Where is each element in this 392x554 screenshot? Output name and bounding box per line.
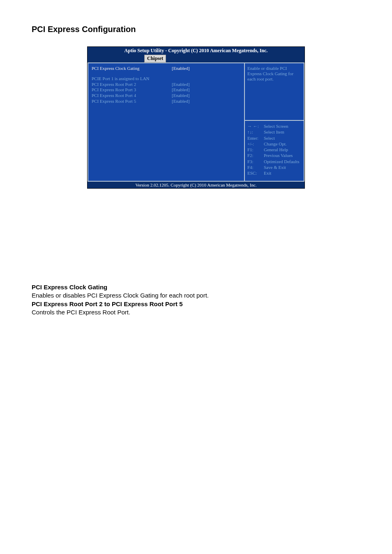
doc-heading-2: PCI Express Root Port 2 to PCI Express R… (32, 300, 360, 308)
key-row: F3: Optimized Defaults (247, 159, 301, 164)
setting-label: PCI Express Root Port 2 (92, 82, 172, 88)
key-action: Select Item (264, 129, 284, 135)
key-label: Enter: (247, 135, 264, 141)
key-label: ESC: (247, 170, 264, 176)
bios-body: PCI Express Clock Gating [Enabled] PCIE … (88, 62, 304, 182)
key-row: → ←: Select Screen (247, 123, 301, 129)
setting-row[interactable]: PCI Express Root Port 3 [Enabled] (92, 87, 241, 93)
setting-value: [Enabled] (172, 66, 189, 72)
doc-section: PCI Express Clock Gating Enables or disa… (32, 283, 360, 316)
setting-label: PCI Express Root Port 4 (92, 93, 172, 99)
key-action: Previous Values (264, 152, 293, 158)
key-action: Select (264, 135, 275, 141)
key-row: +/-: Change Opt. (247, 141, 301, 147)
setting-row[interactable]: PCIE Port 1 is assigned to LAN (92, 76, 241, 82)
setting-row[interactable]: PCI Express Clock Gating [Enabled] (92, 66, 241, 72)
bios-footer: Version 2.02.1205. Copyright (C) 2010 Am… (88, 182, 304, 188)
page-title: PCI Express Configuration (32, 25, 360, 34)
setting-label: PCI Express Clock Gating (92, 66, 172, 72)
key-label: F4: (247, 164, 264, 170)
key-action: General Help (264, 147, 288, 152)
key-row: F2: Previous Values (247, 152, 301, 158)
key-label: F1: (247, 147, 264, 152)
key-label: F3: (247, 159, 264, 164)
bios-side-panel: Enable or disable PCI Express Clock Gati… (245, 62, 304, 182)
key-action: Optimized Defaults (264, 159, 299, 164)
doc-text-2: Controls the PCI Express Root Port. (32, 308, 360, 316)
bios-key-legend: → ←: Select Screen ↑↓: Select Item Enter… (245, 121, 304, 181)
setting-value: [Enabled] (172, 93, 189, 99)
setting-label: PCIE Port 1 is assigned to LAN (92, 76, 172, 82)
key-label: +/-: (247, 141, 264, 147)
setting-label: PCI Express Root Port 3 (92, 87, 172, 93)
setting-label: PCI Express Root Port 5 (92, 99, 172, 104)
key-action: Save & Exit (264, 164, 286, 170)
key-label: F2: (247, 152, 264, 158)
key-row: ESC: Exit (247, 170, 301, 176)
bios-tabs: Chipset (88, 55, 304, 62)
key-label: ↑↓: (247, 129, 264, 135)
bios-window: Aptio Setup Utility - Copyright (C) 2010… (87, 46, 305, 189)
key-row: F1: General Help (247, 147, 301, 152)
bios-help-text: Enable or disable PCI Express Clock Gati… (245, 63, 304, 121)
setting-row[interactable]: PCI Express Root Port 4 [Enabled] (92, 93, 241, 99)
key-row: ↑↓: Select Item (247, 129, 301, 135)
key-action: Select Screen (264, 123, 288, 129)
setting-value: [Enabled] (172, 82, 189, 88)
key-row: F4: Save & Exit (247, 164, 301, 170)
key-row: Enter: Select (247, 135, 301, 141)
setting-value: [Enabled] (172, 87, 189, 93)
key-action: Exit (264, 170, 271, 176)
doc-text-1: Enables or disables PCI Express Clock Ga… (32, 291, 360, 300)
bios-main-panel: PCI Express Clock Gating [Enabled] PCIE … (88, 62, 245, 182)
tab-chipset[interactable]: Chipset (144, 55, 166, 62)
setting-row[interactable]: PCI Express Root Port 2 [Enabled] (92, 82, 241, 88)
bios-header: Aptio Setup Utility - Copyright (C) 2010… (88, 47, 304, 55)
setting-value: [Enabled] (172, 99, 189, 104)
key-label: → ←: (247, 123, 264, 129)
key-action: Change Opt. (264, 141, 287, 147)
setting-row[interactable]: PCI Express Root Port 5 [Enabled] (92, 99, 241, 104)
